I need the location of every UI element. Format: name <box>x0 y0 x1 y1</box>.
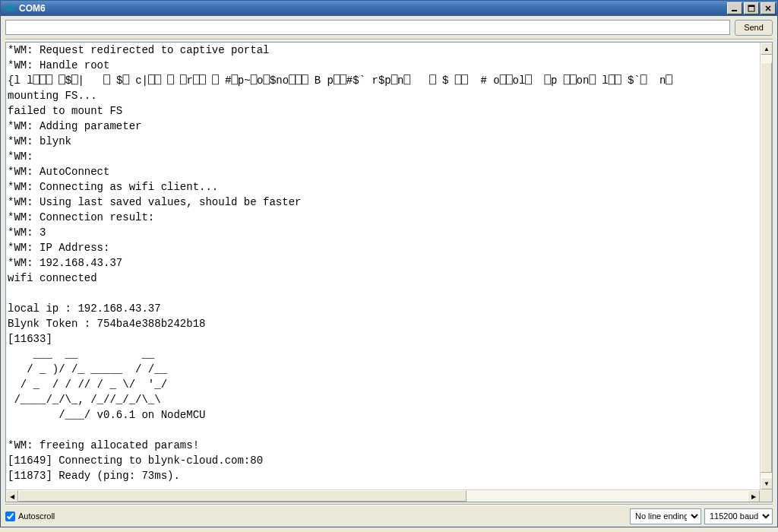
serial-input[interactable] <box>5 20 730 35</box>
scroll-thumb-vertical[interactable] <box>761 62 772 473</box>
input-toolbar: Send <box>1 16 777 39</box>
scroll-thumb-horizontal[interactable] <box>18 490 466 502</box>
app-icon <box>4 2 16 14</box>
status-bar: Autoscroll No line ending 115200 baud <box>1 505 777 527</box>
scroll-down-button[interactable]: ▼ <box>761 477 773 489</box>
scroll-track-vertical[interactable] <box>761 55 772 477</box>
autoscroll-checkbox[interactable] <box>5 511 15 521</box>
titlebar[interactable]: COM6 <box>1 1 777 16</box>
send-button[interactable]: Send <box>735 20 773 36</box>
autoscroll-label: Autoscroll <box>18 511 55 521</box>
autoscroll-checkbox-wrap[interactable]: Autoscroll <box>5 511 55 521</box>
console-area: *WM: Request redirected to captive porta… <box>5 42 773 502</box>
scroll-right-button[interactable]: ▶ <box>748 490 760 502</box>
window-controls <box>727 2 776 14</box>
separator <box>5 39 773 40</box>
scroll-track-horizontal[interactable] <box>18 490 748 502</box>
window-title: COM6 <box>19 3 727 14</box>
vertical-scrollbar[interactable]: ▲ ▼ <box>760 43 772 489</box>
line-ending-select[interactable]: No line ending <box>630 508 701 524</box>
maximize-button[interactable] <box>744 2 759 14</box>
scroll-corner <box>760 489 772 502</box>
scroll-left-button[interactable]: ◀ <box>6 490 18 502</box>
horizontal-scrollbar[interactable]: ◀ ▶ <box>6 489 760 502</box>
baud-rate-select[interactable]: 115200 baud <box>704 508 773 524</box>
minimize-button[interactable] <box>727 2 742 14</box>
close-button[interactable] <box>761 2 776 14</box>
scroll-up-button[interactable]: ▲ <box>761 43 773 55</box>
console-output[interactable]: *WM: Request redirected to captive porta… <box>6 43 760 489</box>
serial-monitor-window: COM6 Send *WM: Request redirected to cap… <box>0 0 778 527</box>
